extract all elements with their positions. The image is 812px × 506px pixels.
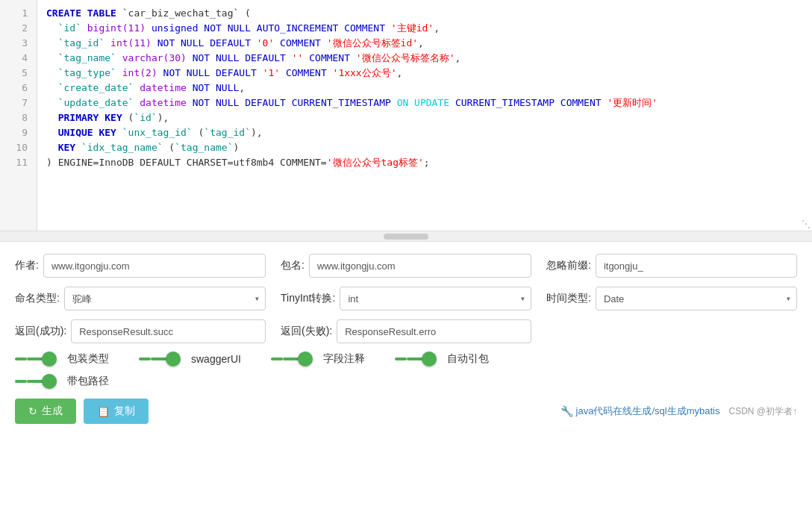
toggle-circle bbox=[298, 352, 313, 366]
token-plain bbox=[46, 37, 58, 49]
package-input[interactable] bbox=[309, 254, 531, 278]
code-content[interactable]: CREATE TABLE `car_biz_wechat_tag` ( `id`… bbox=[37, 0, 812, 231]
copy-button[interactable]: 📋 复制 bbox=[84, 399, 149, 424]
token-kw2: unsigned bbox=[152, 22, 199, 34]
code-line: KEY `idx_tag_name` (`tag_name`) bbox=[46, 140, 803, 155]
package-group: 包名: bbox=[281, 254, 531, 278]
token-str: '0' bbox=[257, 37, 274, 49]
token-plain: , bbox=[239, 82, 245, 93]
token-plain bbox=[555, 97, 560, 108]
toggle-group-1: swaggerUI bbox=[139, 353, 241, 365]
line-number: 4 bbox=[0, 51, 37, 66]
token-str: '主键id' bbox=[391, 22, 434, 34]
toggle-group-0: 包装类型 bbox=[15, 352, 109, 366]
time-group: 时间类型: Date LocalDateTime Timestamp bbox=[546, 287, 797, 310]
return-success-input[interactable] bbox=[71, 319, 266, 343]
line-number: 2 bbox=[0, 21, 37, 36]
token-plain: ) ENGINE=InnoDB DEFAULT CHARSET=utf8mb4 … bbox=[46, 157, 327, 168]
toggle-switch-1[interactable] bbox=[139, 357, 178, 360]
code-line: `create_date` datetime NOT NULL, bbox=[46, 81, 803, 96]
naming-select[interactable]: 驼峰 下划线 帕斯卡 bbox=[64, 287, 266, 310]
token-plain: ) bbox=[233, 142, 239, 153]
time-label: 时间类型: bbox=[546, 292, 591, 305]
token-str: '微信公众号tag标签' bbox=[327, 157, 424, 168]
code-line: `tag_id` int(11) NOT NULL DEFAULT '0' CO… bbox=[46, 36, 803, 51]
token-type: int(11) bbox=[110, 37, 152, 49]
token-kw: CREATE TABLE bbox=[46, 7, 116, 19]
return-fail-input[interactable] bbox=[337, 319, 531, 343]
token-plain bbox=[46, 127, 58, 138]
code-editor: 1234567891011 CREATE TABLE `car_biz_wech… bbox=[0, 0, 812, 231]
tinyint-select-wrapper: int boolean Integer bbox=[340, 287, 531, 310]
toggle-switch-3[interactable] bbox=[395, 357, 434, 360]
author-input[interactable] bbox=[43, 254, 266, 278]
tinyint-group: TinyInt转换: int boolean Integer bbox=[281, 287, 531, 310]
token-plain bbox=[46, 67, 58, 78]
toggle-circle bbox=[42, 374, 57, 389]
generate-button[interactable]: ↻ 生成 bbox=[15, 399, 76, 424]
ignore-prefix-label: 忽略前缀: bbox=[546, 259, 591, 272]
token-type: datetime bbox=[140, 82, 187, 93]
form-row-1: 作者: 包名: 忽略前缀: bbox=[15, 254, 797, 278]
code-line: ) ENGINE=InnoDB DEFAULT CHARSET=utf8mb4 … bbox=[46, 155, 803, 170]
toggle-switch-4[interactable] bbox=[15, 380, 54, 383]
token-col: `create_date` bbox=[58, 82, 134, 93]
token-plain: `car_biz_wechat_tag` ( bbox=[116, 7, 251, 19]
token-plain bbox=[157, 67, 163, 78]
toggle-line bbox=[15, 357, 27, 360]
toggle-line bbox=[271, 357, 283, 360]
token-plain: , bbox=[455, 52, 461, 63]
token-kw2: NOT NULL DEFAULT bbox=[193, 97, 286, 108]
code-line: `update_date` datetime NOT NULL DEFAULT … bbox=[46, 96, 803, 110]
token-col: `tag_name` bbox=[175, 142, 233, 153]
line-numbers: 1234567891011 bbox=[0, 0, 37, 231]
form-row-2: 命名类型: 驼峰 下划线 帕斯卡 TinyInt转换: int boolean … bbox=[15, 287, 797, 310]
toggle-switch-0[interactable] bbox=[15, 357, 54, 360]
resize-handle[interactable] bbox=[800, 219, 812, 231]
ignore-prefix-input[interactable] bbox=[596, 254, 797, 278]
toggle-switch-2[interactable] bbox=[271, 357, 310, 360]
token-plain bbox=[327, 67, 333, 78]
time-select[interactable]: Date LocalDateTime Timestamp bbox=[596, 287, 797, 310]
token-col: `update_date` bbox=[58, 97, 134, 108]
line-number: 5 bbox=[0, 66, 37, 81]
form-row-3: 返回(成功): 返回(失败): bbox=[15, 319, 797, 343]
token-str: '微信公众号标签id' bbox=[327, 37, 418, 49]
code-line: CREATE TABLE `car_biz_wechat_tag` ( bbox=[46, 6, 803, 21]
token-plain bbox=[104, 37, 110, 49]
token-plain bbox=[75, 142, 81, 153]
toggle-track bbox=[151, 357, 178, 360]
token-on-update: ON UPDATE bbox=[397, 97, 449, 108]
horizontal-scrollbar[interactable] bbox=[0, 231, 812, 242]
toggle-label-2: 字段注释 bbox=[323, 352, 365, 366]
code-line: `tag_type` int(2) NOT NULL DEFAULT '1' C… bbox=[46, 66, 803, 81]
return-fail-label: 返回(失败): bbox=[281, 325, 332, 338]
token-plain bbox=[146, 22, 152, 34]
author-label: 作者: bbox=[15, 259, 39, 272]
token-str: '更新时间' bbox=[607, 97, 658, 108]
line-number: 6 bbox=[0, 81, 37, 96]
token-plain bbox=[257, 67, 263, 78]
toggle-group-4: 带包路径 bbox=[15, 375, 109, 388]
token-plain bbox=[391, 97, 397, 108]
token-plain: ( bbox=[193, 127, 204, 138]
token-col: `id` bbox=[134, 112, 157, 123]
toggle-row-1: 包装类型swaggerUI字段注释自动引包 bbox=[15, 352, 797, 366]
token-kw2: NOT NULL DEFAULT bbox=[193, 52, 286, 63]
copy-label: 复制 bbox=[114, 405, 135, 418]
token-plain bbox=[187, 82, 193, 93]
token-col: `idx_tag_name` bbox=[81, 142, 163, 153]
toggle-label-0: 包装类型 bbox=[67, 352, 109, 366]
token-plain bbox=[46, 82, 58, 93]
token-plain: ( bbox=[163, 142, 175, 153]
token-plain bbox=[449, 97, 455, 108]
token-col: `tag_name` bbox=[58, 52, 116, 63]
token-plain bbox=[46, 112, 58, 123]
token-col: `id` bbox=[58, 22, 81, 34]
tinyint-select[interactable]: int boolean Integer bbox=[340, 287, 531, 310]
toggle-group-2: 字段注释 bbox=[271, 352, 365, 366]
token-plain: ), bbox=[157, 112, 169, 123]
toggle-line bbox=[139, 357, 151, 360]
token-plain bbox=[46, 22, 58, 34]
token-col: `tag_type` bbox=[58, 67, 116, 78]
